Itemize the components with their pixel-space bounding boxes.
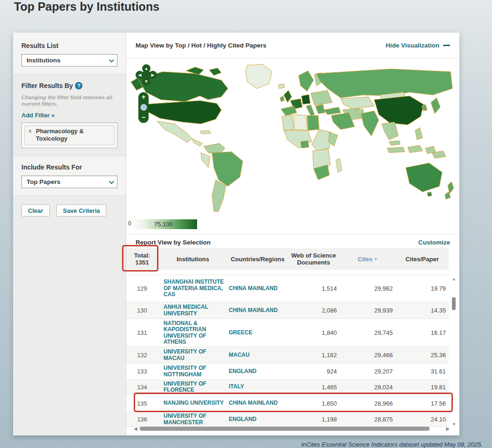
scroll-right-icon[interactable]: ▶ xyxy=(446,426,450,432)
scroll-down-icon[interactable]: ▼ xyxy=(451,422,457,427)
cites-cell: 29,939 xyxy=(340,307,396,314)
include-results-value: Top Papers xyxy=(27,178,61,185)
save-criteria-button[interactable]: Save Criteria xyxy=(56,204,107,217)
map-header: Map View by Top / Hot / Highly Cited Pap… xyxy=(126,33,459,58)
globe-icon[interactable] xyxy=(140,104,147,111)
chevron-down-icon xyxy=(109,178,114,183)
world-map[interactable] xyxy=(130,61,456,216)
vertical-scroll-thumb[interactable] xyxy=(452,297,456,310)
cites-per-paper-cell: 24.10 xyxy=(396,416,449,423)
horizontal-scroll-thumb[interactable] xyxy=(140,427,430,431)
country-link[interactable]: ENGLAND xyxy=(228,416,287,423)
column-countries[interactable]: Countries/Regions xyxy=(228,256,287,263)
hide-visualization-link[interactable]: Hide Visualization xyxy=(386,42,450,49)
table-row[interactable]: 135NANJING UNIVERSITYCHINA MAINLAND1,650… xyxy=(126,395,449,412)
chevron-down-icon xyxy=(109,57,114,62)
wos-documents-cell: 1,465 xyxy=(287,384,340,391)
customize-link[interactable]: Customize xyxy=(418,239,450,246)
institution-link[interactable]: NATIONAL & KAPODISTRIAN UNIVERSITY OF AT… xyxy=(158,320,228,346)
filter-section: Filter Results By? Changing the filter f… xyxy=(13,75,126,156)
cites-per-paper-cell: 19.81 xyxy=(396,384,449,391)
institution-link[interactable]: UNIVERSITY OF NOTTINGHAM xyxy=(158,365,228,378)
wos-documents-cell: 1,198 xyxy=(287,416,340,423)
vertical-scrollbar: ▲ ▼ xyxy=(451,277,457,427)
help-icon[interactable]: ? xyxy=(75,82,82,89)
country-link[interactable]: CHINA MAINLAND xyxy=(228,285,287,292)
clear-button[interactable]: Clear xyxy=(21,204,50,217)
main-panel: Map View by Top / Hot / Highly Cited Pap… xyxy=(126,33,459,435)
cites-per-paper-cell: 16.17 xyxy=(396,329,449,336)
institution-link[interactable]: UNIVERSITY OF MANCHESTER xyxy=(158,413,228,426)
institution-link[interactable]: UNIVERSITY OF FLORENCE xyxy=(158,381,228,394)
column-institutions[interactable]: Institutions xyxy=(158,256,228,263)
country-link[interactable]: ENGLAND xyxy=(228,368,287,375)
rank-cell: 129 xyxy=(126,285,158,292)
filter-heading: Filter Results By xyxy=(21,82,73,89)
table-row[interactable]: 136UNIVERSITY OF MANCHESTERENGLAND1,1982… xyxy=(126,412,449,427)
cites-cell: 29,962 xyxy=(340,285,396,292)
country-link[interactable]: CHINA MAINLAND xyxy=(228,400,287,407)
rank-cell: 133 xyxy=(126,368,158,375)
table-header: Total: 1351 Institutions Countries/Regio… xyxy=(126,248,449,270)
results-list-value: Institutions xyxy=(27,57,61,64)
table-row[interactable]: 129SHANGHAI INSTITUTE OF MATERIA MEDICA,… xyxy=(126,275,449,302)
rank-cell: 132 xyxy=(126,352,158,359)
dataset-update-note: InCites Essential Science Indicators dat… xyxy=(301,441,483,448)
zoom-out-icon[interactable]: − xyxy=(142,115,145,120)
country-link[interactable]: CHINA MAINLAND xyxy=(228,307,287,314)
sidebar-actions: Clear Save Criteria xyxy=(13,196,126,224)
table-row[interactable]: 132UNIVERSITY OF MACAUMACAU1,16229,46625… xyxy=(126,347,449,364)
wos-documents-cell: 924 xyxy=(287,368,340,375)
filter-note: Changing the filter field removes all cu… xyxy=(21,94,117,107)
legend-min-label: 0 xyxy=(128,220,131,227)
country-link[interactable]: GREECE xyxy=(228,330,287,336)
include-results-dropdown[interactable]: Top Papers xyxy=(21,176,117,188)
table-body: 129SHANGHAI INSTITUTE OF MATERIA MEDICA,… xyxy=(126,275,449,427)
results-list-dropdown[interactable]: Institutions xyxy=(21,54,117,67)
content-card: Results List Institutions Filter Results… xyxy=(13,33,459,435)
cites-cell: 28,875 xyxy=(340,416,396,423)
wos-documents-cell: 1,650 xyxy=(287,400,340,407)
report-title: Report View by Selection xyxy=(136,239,211,246)
rank-cell: 134 xyxy=(126,384,158,391)
column-wos-documents[interactable]: Web of Science Documents xyxy=(287,252,340,266)
column-cites-per-paper[interactable]: Cites/Paper xyxy=(396,256,449,263)
report-header: Report View by Selection Customize xyxy=(126,234,459,250)
rank-cell: 136 xyxy=(126,416,158,423)
table-row[interactable]: 131NATIONAL & KAPODISTRIAN UNIVERSITY OF… xyxy=(126,319,449,347)
cites-per-paper-cell: 25.36 xyxy=(396,352,449,359)
scroll-up-icon[interactable]: ▲ xyxy=(451,277,457,281)
include-results-label: Include Results For xyxy=(21,163,117,171)
country-link[interactable]: ITALY xyxy=(228,384,287,390)
institution-link[interactable]: ANHUI MEDICAL UNIVERSITY xyxy=(158,304,228,317)
table-row[interactable]: 130ANHUI MEDICAL UNIVERSITYCHINA MAINLAN… xyxy=(126,302,449,319)
table-row[interactable]: 134UNIVERSITY OF FLORENCEITALY1,46529,02… xyxy=(126,380,449,395)
remove-icon[interactable]: × xyxy=(28,128,32,135)
minus-icon xyxy=(443,45,450,46)
institution-link[interactable]: SHANGHAI INSTITUTE OF MATERIA MEDICA, CA… xyxy=(158,279,228,298)
map-pan-control: ▲ ◀ ▶ ▼ xyxy=(136,64,157,86)
filter-chip-box: × Pharmacology & Toxicology xyxy=(21,122,117,148)
cites-cell: 29,745 xyxy=(340,329,396,336)
zoom-in-icon[interactable]: + xyxy=(142,94,145,100)
filter-chip[interactable]: × Pharmacology & Toxicology xyxy=(24,125,115,145)
scroll-left-icon[interactable]: ◀ xyxy=(134,426,137,432)
table-row[interactable]: 133UNIVERSITY OF NOTTINGHAMENGLAND92429,… xyxy=(126,364,449,380)
country-link[interactable]: MACAU xyxy=(228,352,287,359)
map-title: Map View by Top / Hot / Highly Cited Pap… xyxy=(136,42,266,49)
pan-down-icon[interactable]: ▼ xyxy=(142,77,150,86)
institution-link[interactable]: NANJING UNIVERSITY xyxy=(158,400,228,407)
wos-documents-cell: 1,162 xyxy=(287,352,340,359)
institution-link[interactable]: UNIVERSITY OF MACAU xyxy=(158,349,228,361)
cites-per-paper-cell: 19.79 xyxy=(396,285,449,292)
rank-cell: 130 xyxy=(126,307,158,314)
sort-desc-icon: ▼ xyxy=(374,257,377,261)
pan-right-icon[interactable]: ▶ xyxy=(149,71,157,79)
cites-per-paper-cell: 14.35 xyxy=(396,307,449,314)
map-legend: 0 75,100 xyxy=(128,219,197,229)
column-cites[interactable]: Cites▼ xyxy=(340,256,396,263)
rank-cell: 135 xyxy=(126,400,158,407)
wos-documents-cell: 1,840 xyxy=(287,329,340,336)
add-filter-link[interactable]: Add Filter » xyxy=(21,112,55,119)
results-list-section: Results List Institutions xyxy=(13,33,126,75)
